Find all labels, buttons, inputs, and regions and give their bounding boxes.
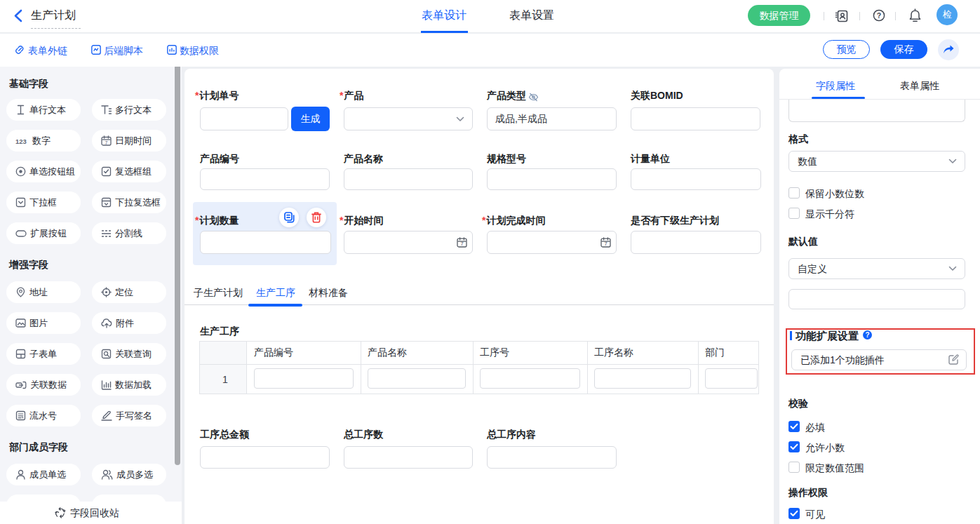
svg-text:7: 7 bbox=[460, 241, 463, 247]
svg-text:123: 123 bbox=[15, 137, 27, 145]
svg-text:7: 7 bbox=[105, 140, 108, 145]
svg-text:?: ? bbox=[877, 11, 881, 20]
svg-text:7: 7 bbox=[604, 241, 607, 247]
